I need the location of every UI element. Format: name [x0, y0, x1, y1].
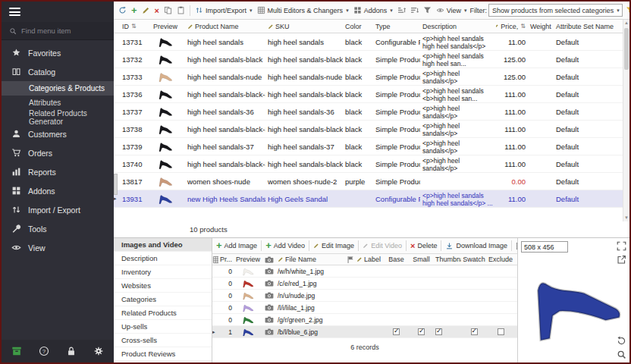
- rotate-image-button[interactable]: [617, 336, 626, 346]
- product-row-13739[interactable]: 13739 high heel sandals-37 high heel san…: [114, 138, 623, 155]
- small-checkbox[interactable]: [418, 328, 425, 335]
- scroll-down-icon[interactable]: ▼: [623, 215, 629, 221]
- add-video-button[interactable]: +Add Video: [264, 240, 306, 251]
- menu-icon[interactable]: [9, 6, 20, 18]
- delete-button[interactable]: ×Delete: [409, 240, 438, 251]
- product-row-13931[interactable]: ▸ 13931 new High Heels Sandals High Geel…: [114, 190, 623, 208]
- col-small[interactable]: Small: [409, 256, 434, 263]
- col-exclude[interactable]: Exclude: [487, 256, 514, 263]
- tab-websites[interactable]: Websites: [114, 279, 212, 293]
- col-base[interactable]: Base: [384, 256, 409, 263]
- import-export-menu[interactable]: Import/Export▾: [193, 5, 254, 16]
- col-id[interactable]: ID⇅: [120, 23, 146, 30]
- product-row-13731[interactable]: 13731 high heel sandals high heel sandal…: [114, 33, 623, 51]
- product-row-13738[interactable]: 13738 high heel sandals-black-37 high he…: [114, 121, 623, 138]
- product-row-13817[interactable]: 13817 women shoes-nude women shoes-nude-…: [114, 173, 623, 190]
- product-row-13736[interactable]: 13736 high heel sandals-black-36 high he…: [114, 86, 623, 103]
- tab-product-reviews[interactable]: Product Reviews: [114, 347, 212, 361]
- thumbnail-checkbox[interactable]: [435, 328, 442, 335]
- filters-menu[interactable]: Filters▾: [624, 5, 629, 16]
- image-row[interactable]: 0 /w/h/white_1.jpg: [212, 265, 517, 278]
- tab-inventory[interactable]: Inventory: [114, 265, 212, 279]
- col-sku[interactable]: SKU: [265, 23, 343, 30]
- tab-images-and-video[interactable]: Images and Video: [114, 238, 212, 252]
- tab-up-sells[interactable]: Up-sells: [114, 320, 212, 334]
- tab-description[interactable]: Description: [114, 252, 212, 265]
- scroll-up-icon[interactable]: ▲: [623, 20, 629, 27]
- lock-button[interactable]: [66, 346, 77, 356]
- col-camera[interactable]: [262, 256, 276, 263]
- image-size-input[interactable]: [521, 241, 568, 253]
- delete-product-button[interactable]: ×: [153, 5, 161, 16]
- sidebar-item-reports[interactable]: Reports: [2, 162, 114, 181]
- base-checkbox[interactable]: [393, 328, 400, 335]
- sidebar-item-attributes[interactable]: Attributes: [2, 96, 114, 110]
- image-row[interactable]: 0 /n/u/nude.jpg: [212, 290, 517, 302]
- col-thumbnail[interactable]: Thumbna: [434, 256, 461, 263]
- col-color[interactable]: Color: [343, 23, 373, 30]
- col-file-name[interactable]: File Name: [276, 256, 346, 263]
- sidebar-splitter[interactable]: [114, 174, 118, 195]
- col-flag[interactable]: [346, 256, 355, 264]
- store-button[interactable]: [11, 346, 22, 356]
- col-type[interactable]: Type: [373, 23, 420, 30]
- zoom-image-button[interactable]: [617, 350, 626, 359]
- add-product-button[interactable]: +: [130, 5, 139, 16]
- tab-cross-sells[interactable]: Cross-sells: [114, 334, 212, 347]
- multi-editors-menu[interactable]: Multi Editors & Changers▾: [256, 5, 350, 16]
- sidebar-item-addons[interactable]: Addons: [2, 181, 114, 200]
- edit-product-button[interactable]: [140, 5, 152, 16]
- col-label[interactable]: Label: [355, 256, 384, 263]
- col-preview[interactable]: Preview: [146, 23, 185, 30]
- sidebar-item-related-products-generator[interactable]: Related Products Generator: [2, 110, 114, 124]
- product-row-13740[interactable]: 13740 high heel sandals-black-38 high he…: [114, 155, 623, 173]
- copy-button[interactable]: [162, 5, 174, 16]
- add-image-button[interactable]: +Add Image: [215, 240, 259, 251]
- sidebar-item-customers[interactable]: Customers: [2, 124, 114, 143]
- sidebar-item-view[interactable]: View: [2, 238, 114, 257]
- image-row[interactable]: 0 /g/r/green_2.jpg: [212, 314, 517, 326]
- sidebar-item-favorites[interactable]: Favorites: [2, 43, 114, 62]
- product-row-13737[interactable]: 13737 high heel sandals-36 high heel san…: [114, 103, 623, 121]
- image-row[interactable]: ▸ 1 /b/l/blue_6.jpg: [212, 326, 517, 338]
- tab-related-products[interactable]: Related Products: [114, 306, 212, 320]
- view-menu[interactable]: View▾: [435, 5, 469, 16]
- paste-button[interactable]: [175, 5, 187, 16]
- settings-button[interactable]: [93, 346, 104, 356]
- exclude-checkbox[interactable]: [498, 328, 504, 335]
- col-pr[interactable]: Pr...: [218, 256, 234, 263]
- vertical-scrollbar[interactable]: ▲ ▼: [623, 20, 629, 221]
- image-row[interactable]: 0 /l/i/lilac_1.jpg: [212, 302, 517, 314]
- col-attribute-set[interactable]: Attribute Set Name: [554, 23, 619, 30]
- sidebar-search[interactable]: Find menu item: [2, 22, 114, 40]
- download-image-button[interactable]: Download Image: [444, 240, 509, 252]
- tab-categories[interactable]: Categories: [114, 293, 212, 306]
- image-row[interactable]: 0 /c/e/red_1.jpg: [212, 278, 517, 290]
- col-description[interactable]: Description: [420, 22, 496, 30]
- product-row-13732[interactable]: 13732 high heel sandals-black high heel …: [114, 51, 623, 68]
- sort-asc-button[interactable]: [396, 5, 407, 16]
- fit-image-button[interactable]: [617, 241, 626, 251]
- addons-menu[interactable]: Addons▾: [352, 5, 394, 16]
- edit-video-button[interactable]: Edit Video: [361, 240, 403, 251]
- row-expander[interactable]: ▸: [114, 196, 120, 202]
- product-row-13733[interactable]: 13733 high heel sandals-nude high heel s…: [114, 68, 623, 86]
- sidebar-item-catalog[interactable]: Catalog: [2, 62, 114, 81]
- col-price[interactable]: Price,⇅: [496, 23, 528, 30]
- category-filter-select[interactable]: Show products from selected categories▾: [488, 4, 623, 17]
- sidebar-item-orders[interactable]: Orders: [2, 143, 114, 162]
- sidebar-item-import-export[interactable]: Import / Export: [2, 200, 114, 219]
- sidebar-item-tools[interactable]: Tools: [2, 219, 114, 238]
- col-swatch[interactable]: Swatch: [461, 256, 487, 263]
- col-product-name[interactable]: Product Name: [185, 23, 265, 30]
- sort-desc-button[interactable]: [409, 5, 420, 16]
- edit-image-button[interactable]: Edit Image: [312, 240, 356, 251]
- help-button[interactable]: [39, 346, 49, 356]
- scrollbar-thumb[interactable]: [624, 28, 629, 70]
- sidebar-item-categories-products[interactable]: Categories & Products: [2, 81, 114, 96]
- clear-filter-button[interactable]: [422, 5, 433, 16]
- col-image-preview[interactable]: Preview: [234, 256, 262, 263]
- refresh-button[interactable]: [117, 5, 128, 16]
- swatch-checkbox[interactable]: [471, 328, 478, 335]
- col-weight[interactable]: Weight: [528, 23, 554, 30]
